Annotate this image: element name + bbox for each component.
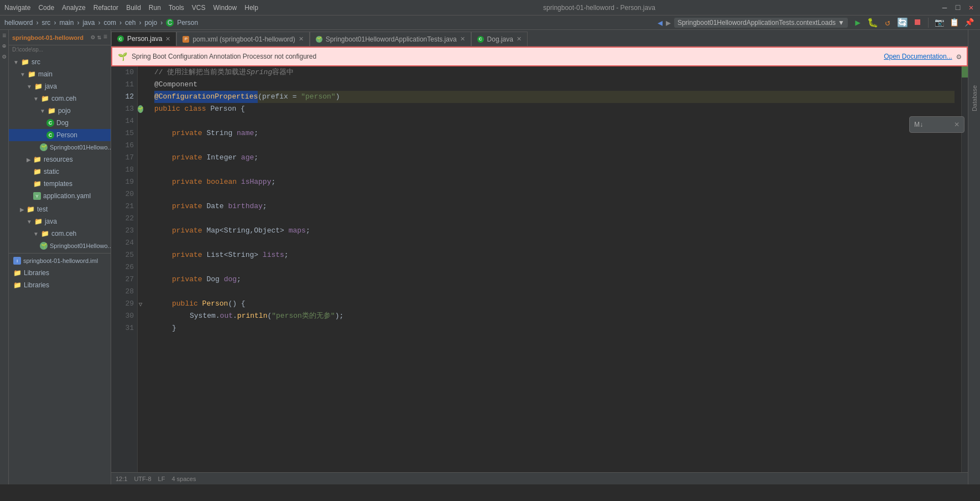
code-line-12: @ConfigurationProperties(prefix = "perso… [154, 91, 955, 103]
breadcrumb-project[interactable]: helloword [4, 19, 33, 27]
debug-button[interactable]: 🐛 [866, 16, 879, 29]
run-config-arrow-icon: ▼ [838, 19, 845, 27]
sidebar-icon-gear[interactable]: ⚙ [91, 33, 95, 42]
left-panel-icon-3[interactable]: ⚙ [2, 53, 6, 61]
tab-person-java[interactable]: C Person.java ✕ [111, 32, 176, 46]
run-button[interactable]: ▶ [851, 16, 864, 29]
menu-tools[interactable]: Tools [169, 4, 184, 12]
sidebar-item-src[interactable]: ▼ 📁 src [9, 56, 111, 68]
nav-forward-button[interactable]: ▸ [666, 17, 671, 29]
gutter-mark-25 [138, 249, 143, 261]
screenshot-button[interactable]: 📷 [932, 16, 946, 29]
code-line-16 [154, 140, 955, 152]
sidebar-item-consoles[interactable]: 📁 Libraries [9, 279, 111, 291]
breadcrumb-src[interactable]: src [41, 19, 50, 27]
left-panel-icon-1[interactable]: ≡ [2, 32, 6, 40]
mindmap-close-button[interactable]: ✕ [954, 121, 960, 128]
expand-icon: ▼ [27, 219, 32, 225]
sidebar-item-person[interactable]: C Person [9, 129, 111, 141]
expand-icon: ▼ [13, 59, 19, 65]
status-bar: 12:1 UTF-8 LF 4 spaces [111, 472, 968, 484]
tab-close-button[interactable]: ✕ [460, 35, 465, 43]
sidebar-header-icons: ⚙ ⇅ ≡ [91, 33, 107, 42]
folder-icon: 📁 [33, 156, 41, 163]
mindmap-label[interactable]: M↓ [914, 121, 923, 128]
tab-dog-java[interactable]: C Dog.java ✕ [471, 32, 528, 46]
sidebar-item-main[interactable]: ▼ 📁 main [9, 68, 111, 80]
gutter-mark-28 [138, 286, 143, 298]
sidebar-item-springboot01-main[interactable]: 🌱 Springboot01Hellowo... [9, 141, 111, 153]
gutter-mark-19 [138, 176, 143, 188]
sidebar-item-com-ceh[interactable]: ▼ 📁 com.ceh [9, 92, 111, 105]
sidebar-item-application-yaml[interactable]: Y application.yaml [9, 190, 111, 202]
tab-close-button[interactable]: ✕ [165, 35, 170, 43]
folder-icon: 📁 [34, 82, 43, 90]
sidebar-item-iml[interactable]: I springboot-01-helloword.iml [9, 255, 111, 267]
notification-link[interactable]: Open Documentation... [884, 53, 952, 60]
folder-icon: 📁 [27, 205, 35, 213]
menu-vcs[interactable]: VCS [192, 4, 206, 12]
sidebar-icon-expand[interactable]: ⇅ [97, 33, 101, 42]
expand-icon: ▼ [40, 108, 45, 114]
left-panel-icon-2[interactable]: ⊕ [2, 42, 6, 50]
menu-help[interactable]: Help [244, 4, 258, 12]
code-line-19: private boolean isHappy; [154, 176, 955, 188]
sidebar-item-test-java[interactable]: ▼ 📁 java [9, 215, 111, 228]
code-line-25: private List<String> lists; [154, 249, 955, 261]
status-encoding: UTF-8 [134, 476, 151, 482]
tab-pom-xml[interactable]: P pom.xml (springboot-01-helloword) ✕ [176, 32, 309, 46]
tab-springboot-test[interactable]: 🌱 Springboot01HellowordApplicationTests.… [310, 32, 471, 46]
breadcrumb-ceh[interactable]: ceh [125, 19, 135, 27]
maximize-button[interactable]: □ [953, 3, 962, 12]
sidebar-item-test[interactable]: ▶ 📁 test [9, 203, 111, 215]
menu-run[interactable]: Run [149, 4, 161, 12]
tab-label: pom.xml (springboot-01-helloword) [192, 35, 295, 43]
sidebar-item-static[interactable]: 📁 static [9, 166, 111, 178]
sidebar-item-test-com-ceh[interactable]: ▼ 📁 com.ceh [9, 228, 111, 240]
sidebar-item-dog[interactable]: C Dog [9, 117, 111, 129]
notification-text: Spring Boot Configuration Annotation Pro… [132, 53, 879, 60]
menu-build[interactable]: Build [126, 4, 141, 12]
sidebar-item-templates[interactable]: 📁 templates [9, 178, 111, 190]
sidebar-item-springboot01-test[interactable]: 🌱 Springboot01Hellowo... [9, 240, 111, 252]
line-num-16: 16 [114, 140, 134, 152]
breadcrumb-pojo[interactable]: pojo [144, 19, 157, 27]
menu-navigate[interactable]: Navigate [4, 4, 30, 12]
toolbar-divider [928, 18, 929, 28]
code-line-15: private String name; [154, 127, 955, 140]
menu-bar: Navigate Code Analyze Refactor Build Run… [4, 4, 258, 12]
expand-icon: ▼ [33, 96, 39, 102]
menu-window[interactable]: Window [213, 4, 237, 12]
sidebar-item-label: test [37, 205, 48, 213]
nav-back-button[interactable]: ◂ [658, 17, 663, 29]
close-button[interactable]: ✕ [967, 3, 976, 12]
tree-divider [9, 253, 111, 254]
sidebar-item-pojo[interactable]: ▼ 📁 pojo [9, 105, 111, 117]
type-map: Map<String,Object> [206, 225, 288, 237]
menu-code[interactable]: Code [38, 4, 54, 12]
reload-button[interactable]: 🔄 [896, 16, 909, 29]
sidebar-icon-settings[interactable]: ≡ [103, 33, 107, 42]
breadcrumb-main[interactable]: main [59, 19, 74, 27]
menu-analyze[interactable]: Analyze [62, 4, 86, 12]
breadcrumb-com[interactable]: com [103, 19, 116, 27]
notification-settings-icon[interactable]: ⚙ [957, 52, 961, 61]
stop-button[interactable]: ⏹ [911, 16, 924, 29]
sidebar-item-java[interactable]: ▼ 📁 java [9, 80, 111, 92]
person-class-icon: C [166, 19, 174, 27]
run-config-selector[interactable]: Springboot01HellowordApplicationTests.co… [674, 18, 848, 28]
sidebar-item-resources[interactable]: ▶ 📁 resources [9, 153, 111, 166]
line-num-22: 22 [114, 213, 134, 225]
pin-button[interactable]: 📌 [962, 16, 976, 29]
tab-close-button[interactable]: ✕ [299, 35, 304, 43]
sidebar-item-libraries[interactable]: 📁 Libraries [9, 267, 111, 279]
database-panel-label[interactable]: Database [971, 85, 978, 111]
line-num-18: 18 [114, 164, 134, 176]
tab-close-button[interactable]: ✕ [517, 35, 522, 43]
clipboard-button[interactable]: 📋 [947, 16, 961, 29]
code-content[interactable]: // 使用注解把当前类加载进Spring容器中 @Component @Conf… [148, 66, 961, 472]
minimize-button[interactable]: — [940, 3, 949, 12]
breadcrumb-java[interactable]: java [82, 19, 95, 27]
menu-refactor[interactable]: Refactor [93, 4, 118, 12]
coverage-button[interactable]: ↺ [881, 16, 894, 29]
